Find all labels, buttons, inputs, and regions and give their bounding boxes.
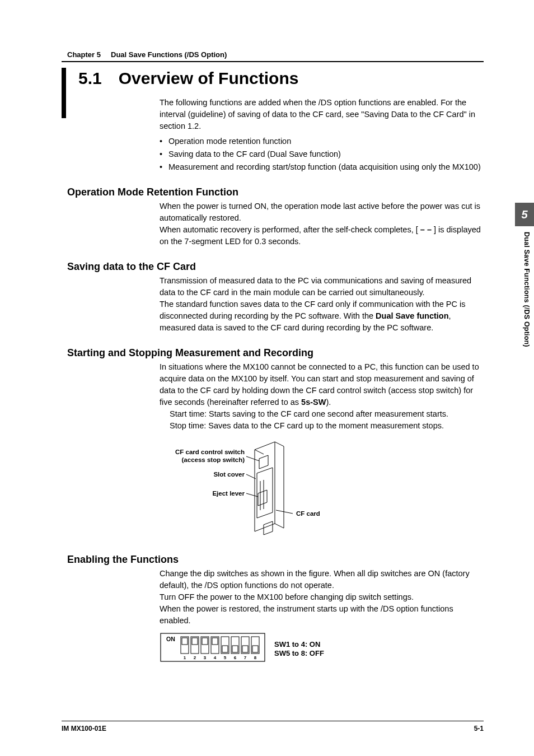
list-item: Saving data to the CF card (Dual Save fu…: [160, 148, 484, 160]
intro-bullets: Operation mode retention function Saving…: [160, 136, 484, 173]
heading-bar: [62, 68, 66, 118]
intro-block: The following functions are added when t…: [160, 97, 484, 173]
paragraph: Turn OFF the power to the MX100 before c…: [160, 591, 484, 603]
svg-text:3: 3: [204, 655, 207, 660]
figure-cf-card-slot: CF card control switch (access stop swit…: [160, 440, 484, 540]
fig-label: Slot cover: [213, 471, 245, 478]
chapter-header: Chapter 5 Dual Save Functions (/DS Optio…: [62, 50, 484, 59]
side-tab-text: Dual Save Functions (/DS Option): [523, 232, 531, 347]
fig-label: SW5 to 8: OFF: [274, 649, 324, 657]
svg-rect-23: [252, 646, 258, 652]
list-item: Measurement and recording start/stop fun…: [160, 161, 484, 173]
fig-label-on: ON: [166, 636, 175, 642]
fig-label: SW1 to 4: ON: [274, 640, 320, 648]
subheading-enabling: Enabling the Functions: [67, 554, 484, 566]
operation-mode-body: When the power is turned ON, the operati…: [160, 200, 484, 248]
subheading-saving-cf: Saving data to the CF Card: [67, 261, 484, 273]
svg-rect-15: [212, 638, 218, 645]
paragraph: When the power is restored, the instrume…: [160, 603, 484, 627]
svg-text:6: 6: [234, 655, 237, 660]
svg-text:1: 1: [184, 655, 186, 660]
svg-line-2: [246, 493, 258, 497]
start-stop-body: In situations where the MX100 cannot be …: [160, 361, 484, 432]
list-item: Operation mode retention function: [160, 136, 484, 147]
svg-text:4: 4: [214, 655, 217, 660]
subheading-operation-mode: Operation Mode Retention Function: [67, 186, 484, 198]
intro-paragraph: The following functions are added when t…: [160, 97, 484, 132]
svg-text:7: 7: [244, 655, 247, 660]
side-tab: 5: [515, 203, 534, 226]
chapter-rule: [62, 61, 484, 62]
svg-rect-13: [202, 638, 208, 645]
svg-line-6: [276, 510, 293, 514]
enabling-body: Change the dip switches as shown in the …: [160, 568, 484, 627]
footer-left: IM MX100-01E: [62, 725, 106, 732]
svg-rect-17: [222, 646, 228, 652]
fig-label: CF card control switch: [175, 449, 245, 455]
svg-line-3: [255, 450, 264, 454]
paragraph: When the power is turned ON, the operati…: [160, 200, 484, 224]
saving-cf-body: Transmission of measured data to the PC …: [160, 275, 484, 334]
section-title: Overview of Functions: [119, 69, 299, 88]
paragraph: In situations where the MX100 cannot be …: [160, 361, 484, 408]
section-number: 5.1: [78, 69, 102, 88]
list-item: Stop time: Saves data to the CF card up …: [170, 420, 484, 432]
subheading-start-stop: Starting and Stopping Measurement and Re…: [67, 347, 484, 359]
svg-rect-21: [242, 646, 248, 652]
svg-line-0: [246, 456, 259, 461]
side-tab-number: 5: [521, 208, 527, 221]
figure-dip-switches: ON: [160, 632, 484, 666]
svg-text:8: 8: [254, 655, 257, 660]
list-item: Start time: Starts saving to the CF card…: [170, 408, 484, 420]
fig-label: (access stop switch): [182, 456, 245, 463]
fig-label: CF card: [296, 510, 320, 517]
page-footer: IM MX100-01E 5-1: [62, 721, 484, 732]
paragraph: When automatic recovery is performed, af…: [160, 224, 484, 248]
svg-text:5: 5: [224, 655, 227, 660]
paragraph: Change the dip switches as shown in the …: [160, 568, 484, 591]
svg-rect-9: [182, 638, 188, 645]
chapter-title: Dual Save Functions (/DS Option): [111, 50, 227, 59]
chapter-label: Chapter 5: [67, 50, 101, 59]
fig-label: Eject lever: [212, 490, 245, 497]
svg-text:2: 2: [194, 655, 196, 660]
svg-rect-19: [232, 646, 238, 652]
svg-line-1: [246, 474, 256, 479]
paragraph: Transmission of measured data to the PC …: [160, 275, 484, 298]
paragraph: The standard function saves data to the …: [160, 298, 484, 334]
svg-rect-11: [192, 638, 198, 645]
footer-right: 5-1: [474, 725, 484, 732]
